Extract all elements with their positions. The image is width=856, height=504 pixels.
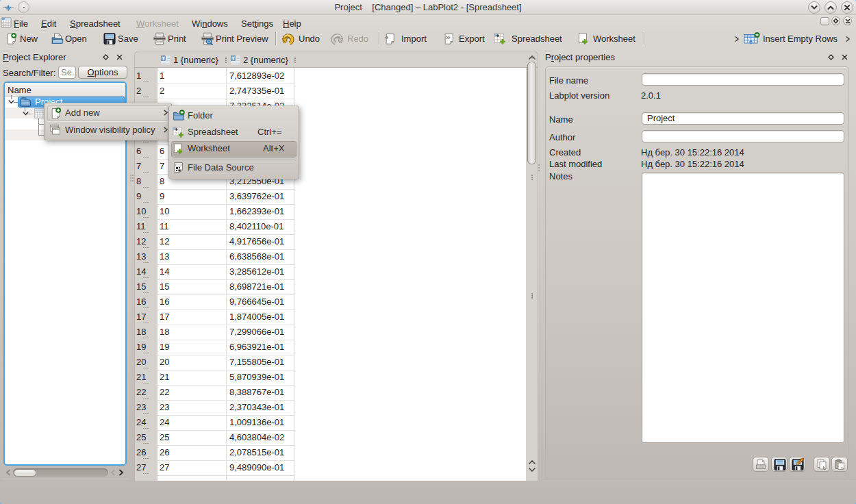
svg-text:T: T — [162, 56, 165, 61]
svg-text:T: T — [231, 56, 235, 61]
